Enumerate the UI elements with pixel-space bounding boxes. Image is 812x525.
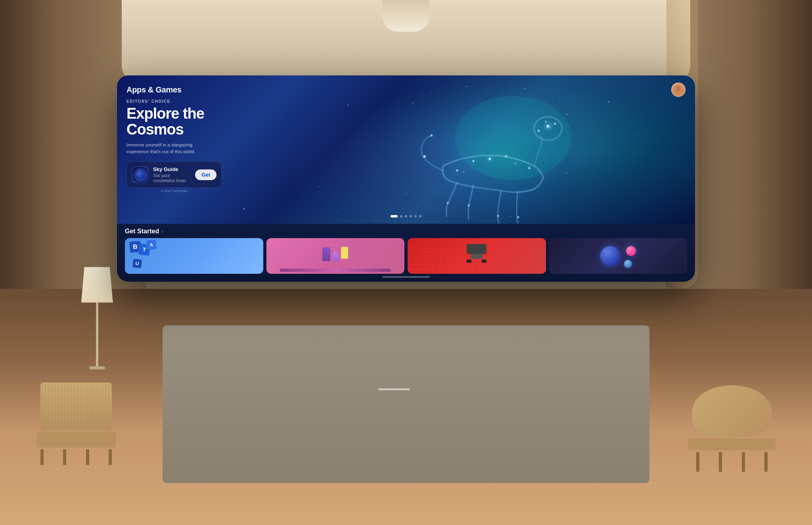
lamp-foot bbox=[89, 366, 105, 369]
room-rug bbox=[163, 325, 650, 483]
svg-point-1 bbox=[455, 96, 571, 180]
chair-right bbox=[684, 385, 779, 473]
app-info: Sky Guide Star gaze constellation finder bbox=[153, 166, 191, 183]
chair-seat-left bbox=[36, 432, 116, 448]
chess-scene bbox=[266, 238, 405, 274]
bottom-bar: Get Started › B T A U bbox=[117, 224, 695, 282]
svg-point-27 bbox=[566, 173, 567, 173]
lamp-base bbox=[96, 303, 98, 366]
svg-point-12 bbox=[529, 167, 530, 169]
grid-scene bbox=[408, 238, 546, 274]
svg-point-14 bbox=[468, 205, 470, 207]
chair-leg bbox=[40, 449, 44, 465]
handle-line bbox=[382, 276, 430, 278]
svg-point-15 bbox=[497, 215, 499, 217]
svg-point-9 bbox=[473, 160, 475, 162]
in-app-purchases-label: In-App Purchases bbox=[126, 189, 222, 193]
svg-point-8 bbox=[505, 156, 507, 158]
svg-point-16 bbox=[517, 216, 519, 218]
page-title: Apps & Games bbox=[126, 85, 182, 94]
ceiling-light bbox=[382, 0, 430, 32]
app-name: Sky Guide bbox=[153, 166, 191, 172]
svg-point-13 bbox=[447, 202, 449, 204]
app-card[interactable]: Sky Guide Star gaze constellation finder… bbox=[126, 162, 222, 188]
svg-point-17 bbox=[423, 156, 426, 158]
bottom-apps-row: B T A U bbox=[117, 238, 695, 274]
main-content: Apps & Games EDITORS' CHOICE Explore the… bbox=[117, 75, 695, 282]
hero-title-line1: Explore the bbox=[126, 105, 204, 122]
svg-point-4 bbox=[554, 123, 556, 125]
sphere-small-1 bbox=[626, 246, 636, 256]
svg-point-18 bbox=[431, 135, 433, 137]
pagination-dot-5[interactable] bbox=[414, 215, 417, 217]
app-icon bbox=[132, 166, 149, 183]
bottom-handle bbox=[117, 274, 695, 282]
sphere-small-2 bbox=[624, 260, 632, 268]
svg-point-10 bbox=[515, 163, 517, 165]
svg-point-28 bbox=[408, 184, 409, 185]
lamp-shade bbox=[81, 267, 113, 303]
chair-leg bbox=[764, 452, 768, 472]
get-started-header: Get Started › bbox=[117, 228, 695, 238]
get-started-title: Get Started bbox=[125, 228, 159, 235]
bottom-app-4[interactable] bbox=[549, 238, 688, 274]
app-card-wrapper: Sky Guide Star gaze constellation finder… bbox=[126, 162, 222, 193]
chair-legs-left bbox=[33, 449, 120, 465]
svg-point-26 bbox=[417, 126, 418, 127]
hero-title: Explore the Cosmos bbox=[126, 106, 222, 138]
avatar[interactable] bbox=[671, 83, 686, 97]
chair-back-right bbox=[692, 385, 772, 437]
hero-content: EDITORS' CHOICE Explore the Cosmos Immer… bbox=[126, 99, 222, 193]
chair-leg bbox=[109, 449, 112, 465]
sphere-scene bbox=[549, 238, 688, 274]
hero-title-line2: Cosmos bbox=[126, 121, 184, 138]
visionos-panel: ✦ ⬇ 🔍 bbox=[117, 75, 695, 282]
bottom-app-1[interactable]: B T A U bbox=[125, 238, 263, 274]
lamp-left bbox=[81, 267, 113, 378]
svg-point-6 bbox=[538, 130, 540, 132]
chair-leg bbox=[696, 452, 699, 472]
avatar-face bbox=[672, 84, 684, 96]
svg-point-25 bbox=[566, 114, 567, 115]
hero-section: Apps & Games EDITORS' CHOICE Explore the… bbox=[117, 75, 695, 224]
scroll-indicator bbox=[366, 388, 446, 390]
pagination-dot-2[interactable] bbox=[400, 215, 402, 217]
pagination-dot-3[interactable] bbox=[405, 215, 407, 217]
bottom-app-3[interactable] bbox=[408, 238, 546, 274]
svg-point-11 bbox=[456, 170, 458, 172]
app-subtitle: Star gaze constellation finder bbox=[153, 173, 191, 183]
chair-leg bbox=[742, 452, 745, 472]
chair-legs-right bbox=[684, 452, 779, 472]
get-button[interactable]: Get bbox=[195, 169, 216, 180]
svg-point-29 bbox=[486, 156, 494, 163]
scroll-thumb bbox=[378, 388, 410, 390]
chevron-right-icon: › bbox=[161, 228, 163, 235]
sphere-large bbox=[600, 246, 620, 266]
chair-back-left bbox=[40, 383, 112, 430]
chair-left bbox=[33, 383, 120, 462]
pagination-dot-6[interactable] bbox=[419, 215, 421, 217]
svg-point-30 bbox=[544, 121, 553, 131]
bottom-app-2[interactable] bbox=[266, 238, 405, 274]
pagination-dot-4[interactable] bbox=[410, 215, 412, 217]
chair-seat-right bbox=[688, 438, 776, 450]
chair-leg bbox=[63, 449, 66, 465]
editors-choice-badge: EDITORS' CHOICE bbox=[126, 99, 222, 104]
pagination-dot-1[interactable] bbox=[391, 215, 398, 217]
pagination-dots bbox=[391, 215, 421, 217]
hero-description: Immerse yourself in a stargazing experie… bbox=[126, 142, 206, 156]
chair-leg bbox=[719, 452, 722, 472]
chair-leg bbox=[86, 449, 89, 465]
